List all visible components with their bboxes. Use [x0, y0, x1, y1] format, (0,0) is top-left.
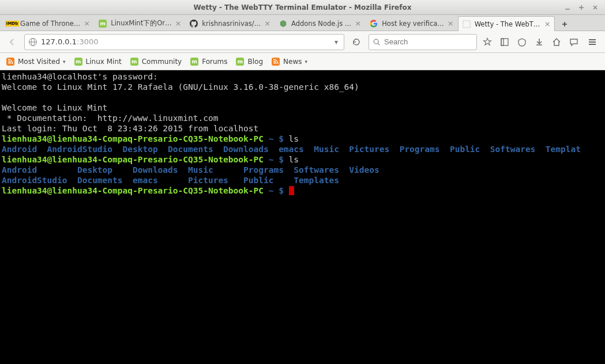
mint-icon: m	[235, 57, 245, 66]
window-titlebar: Wetty - The WebTTY Terminal Emulator - M…	[0, 0, 605, 15]
svg-point-20	[273, 62, 275, 63]
terminal-ls-output: Android AndroidStudio Desktop Documents …	[2, 145, 581, 154]
back-button[interactable]	[5, 35, 20, 50]
terminal-line: Welcome to Linux Mint	[2, 103, 107, 112]
window-title: Wetty - The WebTTY Terminal Emulator - M…	[3, 3, 602, 12]
terminal-line: Last login: Thu Oct 8 23:43:26 2015 from…	[2, 124, 258, 133]
terminal-line: lienhua34@localhost's password:	[2, 72, 158, 81]
chat-icon[interactable]	[568, 36, 580, 48]
bookmark-label: Blog	[247, 58, 263, 66]
terminal-ls-output: Android Desktop Downloads Music Programs…	[2, 165, 379, 175]
terminal-prompt-path: ~ $	[264, 186, 289, 195]
url-text[interactable]: 127.0.0.1:3000	[41, 37, 329, 46]
bookmark-forums[interactable]: m Forums	[190, 57, 227, 66]
terminal-prompt-user: lienhua34@lienhua34-Compaq-Presario-CQ35…	[2, 186, 264, 195]
terminal-line: Welcome to Linux Mint 17.2 Rafaela (GNU/…	[2, 82, 359, 92]
bookmark-most-visited[interactable]: Most Visited ▾	[6, 57, 66, 66]
tab-label: Wetty - The WebTTY …	[475, 20, 541, 28]
terminal-cursor	[289, 186, 294, 195]
browser-tab[interactable]: krishnasrinivas/… ×	[185, 16, 275, 31]
node-favicon	[279, 19, 288, 28]
tab-label: Game of Throne…	[20, 20, 80, 28]
new-tab-button[interactable]	[557, 18, 572, 31]
tab-close-icon[interactable]: ×	[84, 19, 90, 28]
browser-tab[interactable]: m LinuxMint下的Or… ×	[94, 16, 185, 31]
bookmark-label: Most Visited	[18, 58, 60, 66]
reload-button[interactable]	[349, 35, 364, 50]
bookmark-label: Linux Mint	[86, 58, 122, 66]
browser-tab-active[interactable]: Wetty - The WebTTY … ×	[458, 16, 555, 31]
tab-close-icon[interactable]: ×	[175, 19, 181, 28]
github-favicon	[189, 19, 198, 28]
tab-label: Host key verifica…	[382, 20, 444, 28]
mint-favicon: m	[98, 19, 107, 28]
mint-icon: m	[74, 57, 83, 66]
window-minimize-button[interactable]	[562, 2, 573, 13]
bookmark-star-button[interactable]	[482, 36, 493, 48]
tab-label: krishnasrinivas/…	[202, 20, 261, 28]
window-maximize-button[interactable]	[576, 2, 587, 13]
browser-tab[interactable]: Addons Node.js … ×	[275, 16, 365, 31]
tab-close-icon[interactable]: ×	[448, 19, 454, 28]
browser-tabstrip: IMDb Game of Throne… × m LinuxMint下的Or… …	[0, 15, 605, 31]
search-bar[interactable]	[369, 34, 477, 50]
mint-icon: m	[130, 57, 139, 66]
bookmark-linux-mint[interactable]: m Linux Mint	[74, 57, 122, 66]
svg-marker-5	[280, 20, 287, 26]
mint-icon: m	[190, 57, 199, 66]
terminal-command: ls	[289, 134, 299, 143]
tab-close-icon[interactable]: ×	[264, 19, 270, 28]
bookmark-blog[interactable]: m Blog	[235, 57, 263, 66]
imdb-favicon: IMDb	[7, 19, 17, 28]
bookmark-label: Community	[142, 58, 182, 66]
svg-rect-14	[501, 39, 508, 46]
browser-tab[interactable]: IMDb Game of Throne… ×	[3, 16, 94, 31]
home-button[interactable]	[551, 36, 562, 48]
search-input[interactable]	[384, 37, 481, 46]
url-host: 127.0.0.1	[41, 37, 77, 46]
chevron-down-icon: ▾	[63, 59, 66, 65]
rss-icon	[271, 57, 280, 66]
svg-rect-6	[463, 21, 470, 28]
menu-button[interactable]	[584, 34, 600, 50]
globe-icon	[28, 37, 37, 47]
window-close-button[interactable]	[590, 2, 600, 13]
chevron-down-icon: ▾	[305, 59, 307, 65]
tab-close-icon[interactable]: ×	[355, 19, 361, 28]
tab-label: Addons Node.js …	[291, 20, 351, 28]
downloads-button[interactable]	[533, 36, 545, 48]
blank-favicon	[462, 20, 471, 29]
rss-icon	[6, 57, 15, 66]
bookmark-community[interactable]: m Community	[130, 57, 182, 66]
url-port: :3000	[77, 37, 98, 46]
terminal-prompt-path: ~ $	[264, 134, 289, 143]
url-bar[interactable]: 127.0.0.1:3000 ▾	[24, 34, 344, 50]
bookmark-label: Forums	[202, 58, 227, 66]
bookmark-label: News	[283, 58, 302, 66]
terminal-line: * Documentation: http://www.linuxmint.co…	[2, 113, 218, 123]
svg-point-12	[374, 39, 378, 44]
browser-navbar: 127.0.0.1:3000 ▾	[0, 31, 605, 53]
bookmarks-bar: Most Visited ▾ m Linux Mint m Community …	[0, 53, 605, 70]
terminal-prompt-user: lienhua34@lienhua34-Compaq-Presario-CQ35…	[2, 134, 264, 143]
svg-point-19	[8, 62, 9, 63]
search-icon	[373, 38, 381, 46]
tab-label: LinuxMint下的Or…	[111, 19, 171, 28]
bookmark-news[interactable]: News ▾	[271, 57, 307, 66]
tab-close-icon[interactable]: ×	[544, 20, 551, 28]
terminal[interactable]: lienhua34@localhost's password: Welcome …	[0, 70, 605, 364]
toolbar-right-icons	[482, 36, 580, 48]
terminal-ls-output: AndroidStudio Documents emacs Pictures P…	[2, 176, 339, 185]
google-favicon	[369, 19, 378, 28]
terminal-command: ls	[289, 155, 299, 164]
pocket-button[interactable]	[516, 36, 528, 48]
bookmarks-list-button[interactable]	[499, 36, 510, 48]
terminal-prompt-user: lienhua34@lienhua34-Compaq-Presario-CQ35…	[2, 155, 264, 164]
svg-rect-15	[501, 39, 503, 46]
browser-tab[interactable]: Host key verifica… ×	[365, 16, 457, 31]
url-dropdown-icon[interactable]: ▾	[332, 38, 340, 46]
svg-line-13	[378, 43, 379, 45]
terminal-prompt-path: ~ $	[264, 155, 289, 164]
